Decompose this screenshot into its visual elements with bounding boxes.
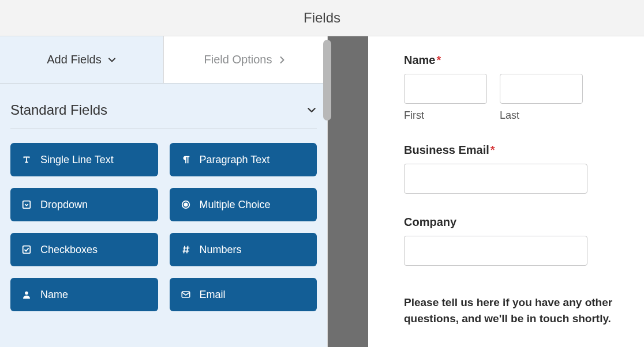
field-dropdown[interactable]: Dropdown xyxy=(10,188,158,221)
required-asterisk: * xyxy=(436,54,441,66)
field-checkboxes[interactable]: Checkboxes xyxy=(10,233,158,266)
footer-text: Please tell us here if you have any othe… xyxy=(404,295,620,326)
field-grid: Single Line Text Paragraph Text Dropdown xyxy=(10,143,317,311)
hash-icon xyxy=(180,244,192,255)
main: Add Fields Field Options Standard Fields xyxy=(0,36,644,347)
tab-field-options[interactable]: Field Options xyxy=(163,36,327,83)
chevron-down-icon xyxy=(107,55,117,65)
field-label: Paragraph Text xyxy=(200,154,270,166)
company-label: Company xyxy=(404,216,620,229)
divider-gutter xyxy=(328,36,368,347)
page-title: Fields xyxy=(304,10,340,26)
envelope-icon xyxy=(180,289,192,300)
radio-icon xyxy=(180,199,192,210)
paragraph-icon xyxy=(180,154,192,165)
tab-add-fields-label: Add Fields xyxy=(47,53,102,66)
name-label-text: Name xyxy=(404,54,435,66)
section-header[interactable]: Standard Fields xyxy=(10,96,317,129)
field-label: Name xyxy=(40,289,68,301)
first-name-col: First xyxy=(404,74,487,122)
standard-fields-section: Standard Fields Single Line Text Para xyxy=(0,84,327,311)
email-field-group: Business Email* xyxy=(404,144,620,194)
scrollbar-thumb[interactable] xyxy=(323,40,331,120)
field-paragraph-text[interactable]: Paragraph Text xyxy=(170,143,317,176)
field-label: Dropdown xyxy=(40,199,88,211)
email-label: Business Email* xyxy=(404,144,620,157)
svg-rect-3 xyxy=(23,246,31,254)
name-field-group: Name* First Last xyxy=(404,54,620,122)
caret-square-icon xyxy=(21,199,32,210)
last-name-col: Last xyxy=(500,74,583,122)
tab-field-options-label: Field Options xyxy=(204,53,272,66)
header: Fields xyxy=(0,0,644,36)
tab-add-fields[interactable]: Add Fields xyxy=(0,36,163,83)
field-email[interactable]: Email xyxy=(170,278,317,311)
field-multiple-choice[interactable]: Multiple Choice xyxy=(170,188,317,221)
field-name[interactable]: Name xyxy=(10,278,158,311)
check-square-icon xyxy=(21,244,32,255)
section-title: Standard Fields xyxy=(10,102,107,118)
chevron-down-icon xyxy=(306,105,317,115)
name-row: First Last xyxy=(404,74,620,122)
email-input[interactable] xyxy=(404,164,587,194)
last-name-input[interactable] xyxy=(500,74,583,104)
first-sublabel: First xyxy=(404,110,487,122)
text-cursor-icon xyxy=(21,154,32,165)
tabs: Add Fields Field Options xyxy=(0,36,327,84)
field-label: Single Line Text xyxy=(40,154,114,166)
field-label: Numbers xyxy=(200,244,242,256)
form-preview: Name* First Last Business Email* Company xyxy=(368,36,644,347)
svg-point-4 xyxy=(25,291,28,295)
svg-rect-0 xyxy=(23,201,31,209)
field-single-line-text[interactable]: Single Line Text xyxy=(10,143,158,176)
first-name-input[interactable] xyxy=(404,74,487,104)
chevron-right-icon xyxy=(278,55,287,65)
name-label: Name* xyxy=(404,54,620,67)
user-icon xyxy=(21,289,32,300)
field-label: Checkboxes xyxy=(40,244,98,256)
required-asterisk: * xyxy=(491,144,495,156)
field-label: Multiple Choice xyxy=(200,199,271,211)
email-label-text: Business Email xyxy=(404,144,489,156)
field-numbers[interactable]: Numbers xyxy=(170,233,317,266)
svg-point-2 xyxy=(184,203,187,206)
company-input[interactable] xyxy=(404,236,587,266)
last-sublabel: Last xyxy=(500,110,583,122)
field-label: Email xyxy=(200,289,226,301)
company-field-group: Company xyxy=(404,216,620,266)
left-panel: Add Fields Field Options Standard Fields xyxy=(0,36,328,347)
